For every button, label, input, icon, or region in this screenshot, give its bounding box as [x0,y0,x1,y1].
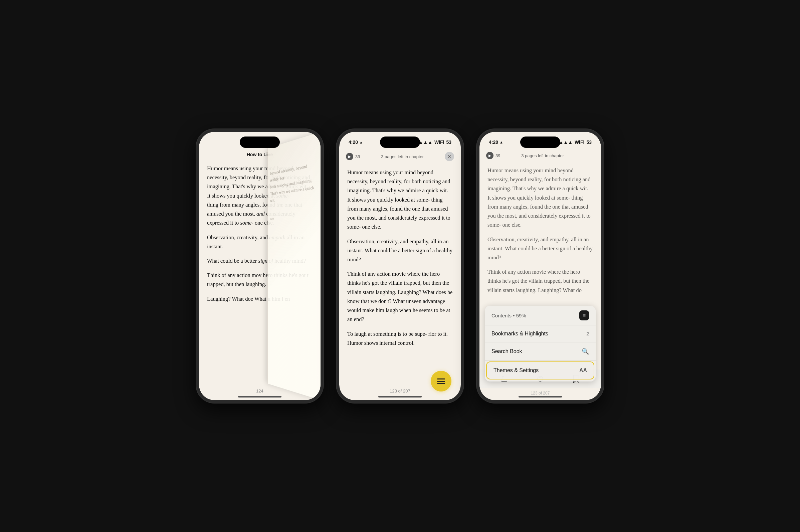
themes-label: Themes & Settings [494,367,539,374]
dynamic-island-1 [240,136,280,148]
p2-3: Think of any action movie where the hero… [347,269,453,324]
status-bar-left-2: 4:20 ▲ [349,139,363,145]
screen-1: How to Live Humor means using your mind … [199,132,320,400]
status-bar-right-3: ▲▲▲ WiFi 53 [559,139,592,145]
home-indicator-1 [238,396,281,398]
contents-label: Contents • 59% [491,313,526,318]
menu-contents-row[interactable]: Contents • 59% ≡ [485,306,596,325]
close-button-2[interactable]: ✕ [445,152,454,161]
contents-list-icon[interactable]: ≡ [579,310,589,320]
menu-dots-icon [437,379,445,384]
page-number-1: 124 [256,388,263,394]
time-2: 4:20 [349,139,358,145]
book-content-2: Humor means using your mind beyond neces… [339,165,461,347]
page-label-3: 123 of 207 [531,391,550,396]
menu-themes-row[interactable]: Themes & Settings AA [486,361,594,379]
list-icon: ≡ [583,312,585,318]
battery-2: 53 [446,139,451,145]
p3-3: Think of any action movie where the hero… [487,267,593,295]
battery-3: 53 [586,139,592,145]
chapter-icon-2: ▶ [346,153,353,160]
themes-aa-icon: AA [579,367,587,374]
search-icon: 🔍 [582,348,589,355]
p2-1: Humor means using your mind beyond neces… [347,168,453,232]
chapter-num-2: 39 [355,154,360,159]
wifi-icon-2: WiFi [434,139,444,145]
page-label-2: 123 of 207 [390,388,410,394]
phone-3: 4:20 ▲ ▲▲▲ WiFi 53 ▶ 39 3 pages left in … [477,129,604,403]
p3-2: Observation, creativity, and empathy, al… [487,235,593,262]
location-icon-3: ▲ [500,140,503,144]
home-indicator-3 [519,396,562,398]
p2-2: Observation, creativity, and empathy, al… [347,237,453,264]
screen-2: 4:20 ▲ ▲▲▲ WiFi 53 ▶ 39 3 pages left in … [339,132,461,400]
screen-3: 4:20 ▲ ▲▲▲ WiFi 53 ▶ 39 3 pages left in … [480,132,601,400]
signal-icon-3: ▲▲▲ [559,139,573,145]
chapter-badge-3: ▶ 39 [486,152,500,159]
chapter-header-2: ▶ 39 3 pages left in chapter ✕ [339,150,461,165]
chapter-header-3: ▶ 39 3 pages left in chapter [480,150,601,163]
bookmarks-label-group: Bookmarks & Highlights [491,331,548,337]
bookmarks-count-group: 2 [586,331,589,337]
home-indicator-2 [378,396,422,398]
search-book-label: Search Book [491,348,522,355]
status-bar-left-3: 4:20 ▲ [489,139,503,145]
time-3: 4:20 [489,139,498,145]
dynamic-island-3 [520,136,560,148]
themes-label-group: Themes & Settings [494,367,539,374]
p3-1: Humor means using your mind beyond neces… [487,166,593,230]
circled-menu-button[interactable] [431,371,451,392]
book-content-3: Humor means using your mind beyond neces… [480,163,601,295]
signal-icon-2: ▲▲▲ [418,139,432,145]
phone-1: How to Live Humor means using your mind … [196,129,323,403]
wifi-icon-3: WiFi [575,139,584,145]
status-bar-right-2: ▲▲▲ WiFi 53 [418,139,451,145]
chapter-num-3: 39 [496,153,500,158]
search-icon-group: 🔍 [582,348,589,355]
chapter-badge-2: ▶ 39 [346,153,360,160]
location-icon-2: ▲ [359,140,363,144]
themes-icon-group: AA [579,367,587,374]
bookmarks-label: Bookmarks & Highlights [491,331,548,337]
search-label-group: Search Book [491,348,522,355]
chapter-icon-3: ▶ [486,152,494,159]
p2-4: To laugh at something is to be supe- rio… [347,329,453,347]
phone-2: 4:20 ▲ ▲▲▲ WiFi 53 ▶ 39 3 pages left in … [337,129,463,403]
dynamic-island-2 [380,136,420,148]
reader-menu: Contents • 59% ≡ Bookmarks & Highlights … [485,306,596,381]
menu-search-row[interactable]: Search Book 🔍 [485,342,596,361]
menu-bookmarks-row[interactable]: Bookmarks & Highlights 2 [485,325,596,342]
page-turn-effect: beyond necessity, beyond reality, forbot… [267,132,320,400]
bookmarks-count: 2 [586,331,589,337]
page-footer-3: 123 of 207 [480,391,601,396]
chapter-progress-3: 3 pages left in chapter [521,153,564,158]
chapter-progress-2: 3 pages left in chapter [381,154,424,159]
contents-label-group: Contents • 59% [491,313,526,318]
